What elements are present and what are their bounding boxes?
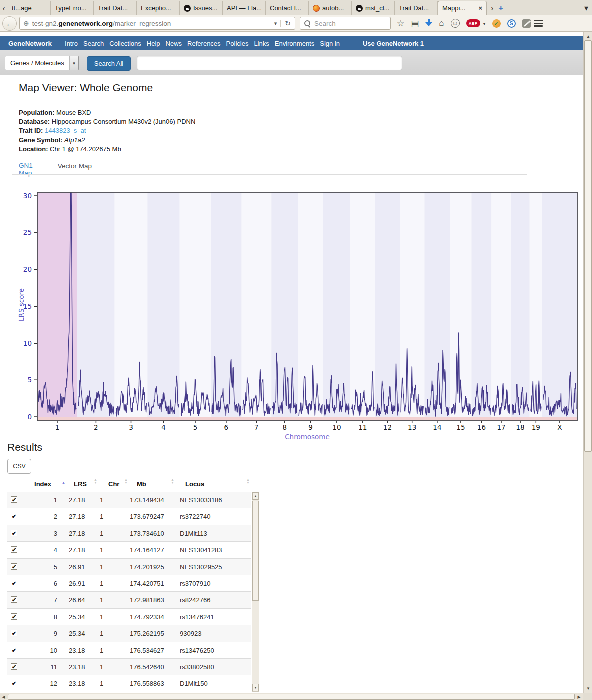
trait-id-link[interactable]: 1443823_s_at — [45, 127, 86, 134]
trait-info-line: Population: Mouse BXD — [19, 108, 195, 117]
table-row[interactable]: ✔327.181173.734610D1Mit113 — [7, 525, 251, 542]
nav-item-environments[interactable]: Environments — [275, 40, 314, 47]
browser-tab-9[interactable]: mst_cl... — [352, 1, 395, 15]
nav-item-links[interactable]: Links — [254, 40, 269, 47]
vertical-scrollbar-thumb[interactable] — [584, 40, 592, 452]
site-brand[interactable]: GeneNetwork — [8, 40, 52, 47]
browser-tab-4[interactable]: Exceptio... — [137, 1, 180, 15]
csv-export-button[interactable]: CSV — [7, 459, 31, 474]
nav-item-policies[interactable]: Policies — [226, 40, 249, 47]
nav-item-intro[interactable]: Intro — [65, 40, 78, 47]
scroll-right-icon[interactable]: ▶ — [575, 693, 583, 700]
reload-icon[interactable]: ↻ — [281, 19, 295, 27]
tab-scroll-left-icon[interactable]: ‹ — [0, 1, 8, 15]
browser-tab-5[interactable]: Issues... — [180, 1, 223, 15]
nav-item-sign-in[interactable]: Sign in — [320, 40, 340, 47]
feedback-smiley-icon[interactable]: ☺ — [451, 19, 460, 28]
sort-both-icon[interactable]: ▲▼ — [94, 478, 97, 484]
column-header-index[interactable]: Index — [21, 480, 51, 488]
new-tab-button[interactable]: + — [498, 3, 503, 13]
scroll-up-icon[interactable]: ▲ — [584, 32, 592, 40]
site-search-input[interactable] — [137, 56, 402, 70]
extension-s-icon[interactable]: S — [507, 19, 516, 28]
browser-tab-7[interactable]: Contact I... — [266, 1, 309, 15]
nav-item-collections[interactable]: Collections — [109, 40, 141, 47]
nav-item-help[interactable]: Help — [147, 40, 160, 47]
row-checkbox[interactable]: ✔ — [11, 530, 17, 536]
sort-both-icon[interactable]: ▲▼ — [124, 478, 128, 484]
sort-both-icon[interactable]: ▲▼ — [171, 478, 174, 484]
url-bar[interactable]: ⊕ test-gn2.genenetwork.org/marker_regres… — [19, 17, 295, 30]
table-row[interactable]: ✔227.181173.679247rs3722740 — [7, 508, 251, 525]
row-checkbox[interactable]: ✔ — [11, 647, 17, 653]
table-row[interactable]: ✔427.181174.164127NES13041283 — [7, 542, 251, 558]
browser-tab-6[interactable]: API — Fla... — [223, 1, 266, 15]
url-text[interactable]: test-gn2.genenetwork.org/marker_regressi… — [32, 20, 271, 27]
adblock-icon[interactable]: ABP — [466, 19, 480, 27]
use-genenetwork1-link[interactable]: Use GeneNetwork 1 — [363, 40, 424, 47]
row-checkbox[interactable]: ✔ — [11, 630, 17, 636]
close-tab-icon[interactable]: × — [478, 4, 482, 12]
horizontal-scrollbar-thumb[interactable] — [8, 694, 575, 700]
search-all-button[interactable]: Search All — [87, 56, 131, 71]
row-checkbox[interactable]: ✔ — [11, 580, 17, 586]
table-scroll-up-icon[interactable]: ▲ — [252, 492, 259, 500]
column-header-lrs[interactable]: LRS — [74, 480, 87, 488]
browser-tab-3[interactable]: Trait Dat... — [94, 1, 137, 15]
home-icon[interactable]: ⌂ — [439, 18, 444, 28]
table-row[interactable]: ✔1023.181176.534627rs13476250 — [7, 642, 251, 659]
list-all-tabs-icon[interactable]: ▾ — [580, 1, 592, 15]
table-row[interactable]: ✔127.181173.149434NES13033186 — [7, 492, 251, 508]
column-header-locus[interactable]: Locus — [185, 480, 204, 488]
search-category-select[interactable]: Genes / Molecules ▾ — [5, 56, 79, 70]
column-header-mb[interactable]: Mb — [137, 480, 146, 488]
table-scrollbar-thumb[interactable] — [252, 501, 259, 601]
scroll-down-icon[interactable]: ▼ — [584, 684, 592, 692]
table-row[interactable]: ✔726.641172.981863rs8242766 — [7, 592, 251, 608]
nav-item-references[interactable]: References — [187, 40, 220, 47]
table-row[interactable]: ✔1123.181176.542640rs33802580 — [7, 659, 251, 675]
row-checkbox[interactable]: ✔ — [11, 680, 17, 686]
browser-tab-8[interactable]: autob... — [309, 1, 352, 15]
browser-tab-10[interactable]: Trait Dat... — [395, 1, 438, 15]
menu-hamburger-icon[interactable] — [534, 20, 543, 27]
browser-tab-2[interactable]: TypeErro... — [51, 1, 94, 15]
row-checkbox[interactable]: ✔ — [11, 663, 17, 670]
vertical-scrollbar[interactable]: ▲ ▼ — [583, 32, 592, 693]
row-checkbox[interactable]: ✔ — [11, 613, 17, 620]
tab-scroll-right-icon[interactable]: › — [491, 4, 493, 13]
extension-editor-icon[interactable] — [522, 19, 531, 28]
sort-asc-icon[interactable]: ▲ — [61, 480, 66, 485]
bookmark-star-icon[interactable]: ☆ — [397, 18, 404, 29]
row-checkbox[interactable]: ✔ — [11, 596, 17, 603]
table-row[interactable]: ✔1223.181176.558863D1Mit150 — [7, 675, 251, 692]
cell-lrs: 26.91 — [69, 563, 85, 571]
tab-vector-map[interactable]: Vector Map — [52, 158, 97, 174]
table-scrollbar[interactable]: ▲ ▼ — [252, 492, 259, 692]
back-button[interactable]: ← — [2, 16, 17, 31]
browser-tab-1[interactable]: tt...age — [8, 1, 51, 15]
row-checkbox[interactable]: ✔ — [11, 563, 17, 570]
table-scroll-down-icon[interactable]: ▼ — [252, 684, 259, 691]
adblock-caret-icon[interactable]: ▾ — [483, 21, 486, 26]
table-row[interactable]: ✔925.341175.262195930923 — [7, 625, 251, 642]
horizontal-scrollbar[interactable]: ◀ ▶ — [0, 693, 583, 700]
nav-item-search[interactable]: Search — [83, 40, 104, 47]
nav-item-news[interactable]: News — [166, 40, 182, 47]
browser-search-box[interactable]: Search — [300, 17, 391, 30]
extension-orange-icon[interactable]: ✓ — [492, 19, 501, 28]
browser-tab-11[interactable]: Mappi...× — [438, 1, 487, 15]
table-row[interactable]: ✔626.911174.420751rs3707910 — [7, 575, 251, 592]
column-header-chr[interactable]: Chr — [108, 480, 119, 488]
scroll-left-icon[interactable]: ◀ — [0, 693, 7, 700]
table-row[interactable]: ✔825.341174.792334rs13476241 — [7, 609, 251, 625]
bookmarks-sidebar-icon[interactable]: ▤ — [411, 18, 419, 29]
row-checkbox[interactable]: ✔ — [11, 513, 17, 519]
site-identity-icon[interactable]: ⊕ — [23, 19, 29, 27]
row-checkbox[interactable]: ✔ — [11, 546, 17, 553]
row-checkbox[interactable]: ✔ — [11, 496, 17, 503]
downloads-icon[interactable] — [425, 19, 432, 27]
url-dropdown-icon[interactable]: ▾ — [271, 20, 281, 27]
table-row[interactable]: ✔526.911174.201925NES13029525 — [7, 559, 251, 575]
sort-both-icon[interactable]: ▲▼ — [246, 478, 250, 484]
